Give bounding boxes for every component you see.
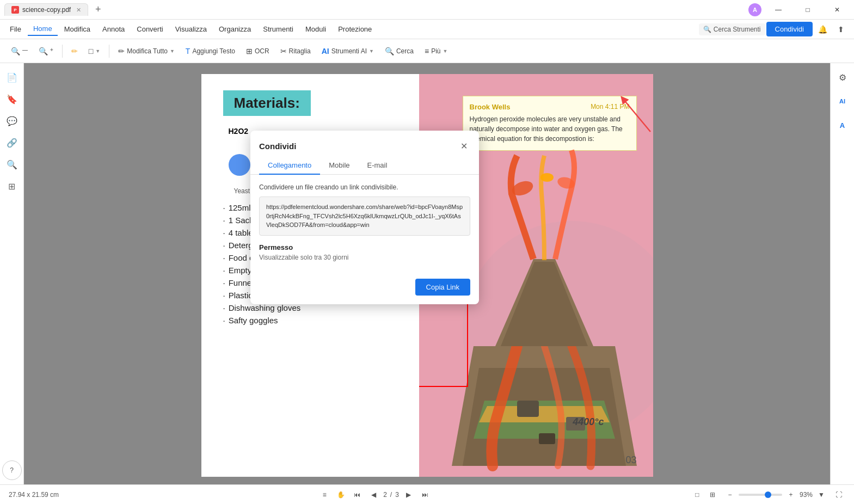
maximize-btn[interactable]: □ — [795, 0, 820, 20]
menu-bar: File Home Modifica Annota Converti Visua… — [0, 20, 854, 39]
highlight-btn[interactable]: ✏ — [67, 45, 82, 58]
zoom-in-status-btn[interactable]: + — [784, 488, 797, 501]
prev-page-btn[interactable]: ◀ — [367, 488, 380, 501]
tab-close-btn[interactable]: ✕ — [76, 7, 81, 14]
tab-favicon: P — [11, 6, 19, 14]
zoom-in-icon: 🔍 — [39, 47, 48, 56]
ocr-btn[interactable]: ⊞ OCR — [242, 45, 274, 58]
more-btn[interactable]: ≡ Più ▼ — [420, 45, 452, 58]
sidebar-page-icon[interactable]: 📄 — [2, 67, 22, 87]
tab-email[interactable]: E-mail — [359, 157, 396, 175]
sidebar-bookmark-icon[interactable]: 🔖 — [2, 89, 22, 109]
dialog-close-btn[interactable]: ✕ — [457, 139, 470, 152]
crop-label: Ritaglia — [289, 47, 311, 55]
current-page[interactable]: 2 — [383, 491, 387, 499]
list-item-9: · Dishwashing gloves — [223, 303, 403, 312]
comment-author: Brook Wells — [470, 103, 511, 111]
permission-desc: Visualizzabile solo tra 30 giorni — [259, 254, 470, 261]
scroll-mode-btn[interactable]: ≡ — [318, 488, 331, 501]
svg-rect-20 — [539, 433, 555, 444]
tab-mobile[interactable]: Mobile — [320, 157, 358, 175]
single-page-btn[interactable]: □ — [691, 488, 704, 501]
zoom-in-plus: + — [50, 47, 53, 53]
menu-visualizza[interactable]: Visualizza — [170, 23, 212, 35]
menu-annota[interactable]: Annota — [97, 23, 130, 35]
toolbar-divider-1 — [62, 45, 63, 58]
tab-collegamento[interactable]: Collegamento — [259, 157, 320, 175]
user-avatar[interactable]: A — [748, 3, 761, 16]
menu-organizza[interactable]: Organizza — [213, 23, 256, 35]
toolbar-divider-2 — [109, 45, 109, 58]
page-number: 03 — [625, 454, 636, 466]
help-btn[interactable]: ? — [2, 460, 22, 480]
hand-tool-btn[interactable]: ✋ — [334, 488, 347, 501]
permission-label: Permesso — [259, 243, 470, 251]
ai-tools-btn[interactable]: AI Strumenti AI ▼ — [317, 45, 378, 58]
edit-all-caret: ▼ — [170, 48, 175, 54]
toolbar: 🔍 — 🔍 + ✏ □ ▼ ✏ Modifica Tutto ▼ T Aggiu… — [0, 39, 854, 63]
edit-all-label: Modifica Tutto — [127, 47, 168, 55]
view-mode-btns: □ ⊞ — [691, 488, 719, 501]
menu-converti[interactable]: Converti — [131, 23, 168, 35]
edit-all-btn[interactable]: ✏ Modifica Tutto ▼ — [114, 45, 179, 58]
share-link-box[interactable]: https://pdfelementcloud.wondershare.com/… — [259, 196, 470, 236]
copy-link-btn[interactable]: Copia Link — [415, 279, 470, 296]
minimize-btn[interactable]: — — [766, 0, 791, 20]
search-btn[interactable]: 🔍 Cerca — [380, 45, 418, 58]
materials-header: Materials: — [223, 90, 311, 116]
ocr-label: OCR — [255, 47, 269, 55]
crop-btn[interactable]: ✂ Ritaglia — [276, 45, 315, 58]
menu-home[interactable]: Home — [28, 22, 58, 36]
last-page-btn[interactable]: ⏭ — [419, 488, 432, 501]
sidebar-layers-icon[interactable]: ⊞ — [2, 176, 22, 196]
first-page-btn[interactable]: ⏮ — [351, 488, 364, 501]
right-icon-ai-word[interactable]: AI — [833, 91, 852, 111]
text-icon: T — [186, 47, 191, 56]
condividi-main-btn[interactable]: Condividi — [766, 22, 813, 36]
shape-icon: □ — [89, 47, 93, 56]
dialog-tabs: Collegamento Mobile E-mail — [250, 152, 479, 175]
right-panel: ⚙ AI A — [830, 63, 854, 484]
upload-icon[interactable]: ⬆ — [832, 21, 850, 38]
menu-moduli[interactable]: Moduli — [300, 23, 331, 35]
notification-icon[interactable]: 🔔 — [814, 21, 831, 38]
zoom-slider[interactable] — [739, 494, 782, 496]
total-pages: 3 — [395, 491, 399, 499]
comment-header: Brook Wells Mon 4:11 PM — [470, 103, 630, 111]
double-page-btn[interactable]: ⊞ — [706, 488, 719, 501]
active-tab[interactable]: P science-copy.pdf ✕ — [4, 3, 88, 16]
page-navigation: ≡ ✋ ⏮ ◀ 2 / 3 ▶ ⏭ — [318, 488, 432, 501]
share-dialog: Condividi ✕ Collegamento Mobile E-mail C… — [250, 131, 479, 304]
zoom-controls: − + 93% ▼ — [723, 488, 828, 501]
ocr-icon: ⊞ — [246, 47, 253, 56]
sidebar-comment-icon[interactable]: 💬 — [2, 111, 22, 131]
dialog-footer: Copia Link — [250, 279, 479, 304]
zoom-in-btn[interactable]: 🔍 + — [34, 45, 58, 58]
more-caret: ▼ — [443, 48, 447, 54]
shape-btn[interactable]: □ ▼ — [84, 45, 105, 58]
menu-modifica[interactable]: Modifica — [59, 23, 96, 35]
dialog-title: Condividi — [259, 142, 296, 151]
right-icon-ai[interactable]: A — [833, 115, 852, 135]
status-bar: 27.94 x 21.59 cm ≡ ✋ ⏮ ◀ 2 / 3 ▶ ⏭ □ ⊞ −… — [0, 484, 854, 504]
right-icon-adjust[interactable]: ⚙ — [833, 67, 852, 87]
sidebar-search-icon[interactable]: 🔍 — [2, 155, 22, 174]
search-tools-btn[interactable]: 🔍 Cerca Strumenti — [699, 23, 765, 35]
close-btn[interactable]: ✕ — [825, 0, 850, 20]
edit-icon: ✏ — [118, 47, 125, 56]
fullscreen-btn[interactable]: ⛶ — [832, 488, 845, 501]
shape-caret: ▼ — [95, 48, 100, 54]
zoom-caret-btn[interactable]: ▼ — [815, 488, 828, 501]
menu-file[interactable]: File — [4, 23, 27, 35]
sidebar-link-icon[interactable]: 🔗 — [2, 133, 22, 152]
new-tab-btn[interactable]: + — [90, 2, 106, 17]
zoom-out-btn[interactable]: 🔍 — — [7, 45, 32, 58]
menu-strumenti[interactable]: Strumenti — [257, 23, 299, 35]
document-dimensions: 27.94 x 21.59 cm — [9, 491, 59, 499]
page-separator: / — [390, 491, 392, 499]
next-page-btn[interactable]: ▶ — [402, 488, 415, 501]
zoom-out-status-btn[interactable]: − — [723, 488, 736, 501]
menu-protezione[interactable]: Protezione — [333, 23, 377, 35]
zoom-thumb[interactable] — [765, 491, 771, 498]
add-text-btn[interactable]: T Aggiungi Testo — [181, 45, 239, 58]
